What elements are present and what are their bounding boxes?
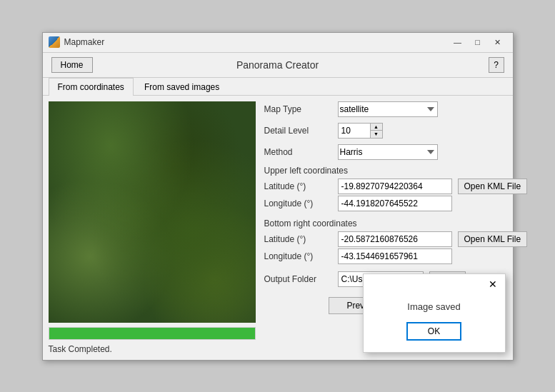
dialog-body: Image saved OK — [364, 294, 505, 352]
map-type-row: Map Type satellite roadmap terrain hybri… — [264, 101, 528, 117]
map-preview-inner — [49, 101, 256, 323]
help-button[interactable]: ? — [489, 57, 504, 73]
status-text: Task Completed. — [49, 344, 256, 354]
upper-lon-row: Longitude (°) — [264, 196, 528, 211]
bottom-lon-input[interactable] — [338, 248, 452, 264]
bottom-lat-input[interactable] — [338, 231, 452, 247]
map-type-label: Map Type — [264, 104, 332, 114]
main-window: Mapmaker — □ ✕ Home Panorama Creator ? F… — [42, 32, 514, 361]
maximize-button[interactable]: □ — [469, 35, 487, 49]
home-button[interactable]: Home — [51, 57, 93, 73]
dialog: ✕ Image saved OK — [363, 273, 506, 353]
open-kml-1-button[interactable]: Open KML File — [458, 179, 528, 194]
content-header: Home Panorama Creator ? — [43, 53, 513, 78]
dialog-message: Image saved — [407, 301, 460, 312]
method-select[interactable]: Harris SIFT ORB — [338, 144, 438, 160]
title-bar-left: Mapmaker — [49, 36, 105, 48]
page-title: Panorama Creator — [236, 59, 319, 71]
upper-lat-input[interactable] — [338, 179, 452, 194]
detail-level-row: Detail Level ▲ ▼ — [264, 123, 528, 139]
output-folder-label: Output Folder — [264, 274, 332, 284]
bottom-lat-row: Latitude (°) Open KML File — [264, 231, 528, 247]
window-title: Mapmaker — [64, 37, 105, 47]
tab-from-saved-images[interactable]: From saved images — [135, 78, 229, 96]
dialog-ok-button[interactable]: OK — [406, 322, 461, 341]
map-preview — [49, 101, 256, 323]
progress-bar-fill — [49, 328, 255, 339]
image-section: Task Completed. — [49, 101, 256, 354]
detail-level-label: Detail Level — [264, 126, 332, 136]
app-icon — [49, 36, 60, 48]
map-type-select[interactable]: satellite roadmap terrain hybrid — [338, 101, 438, 117]
progress-bar-container — [49, 327, 256, 340]
bottom-right-section: Bottom right coordinates Latitude (°) Op… — [264, 218, 528, 266]
upper-lat-label: Latitude (°) — [264, 181, 332, 191]
dialog-close-button[interactable]: ✕ — [485, 277, 501, 291]
detail-level-input[interactable] — [338, 123, 370, 139]
upper-left-section: Upper left coordinates Latitude (°) Open… — [264, 166, 528, 213]
detail-level-wrap: ▲ ▼ — [338, 123, 383, 139]
bottom-lon-row: Longitude (°) — [264, 248, 528, 264]
bottom-lat-label: Latitude (°) — [264, 234, 332, 244]
minimize-button[interactable]: — — [449, 35, 467, 49]
open-kml-2-button[interactable]: Open KML File — [458, 231, 528, 247]
spin-down-button[interactable]: ▼ — [371, 130, 382, 138]
upper-lon-input[interactable] — [338, 196, 452, 211]
upper-lon-label: Longitude (°) — [264, 198, 332, 208]
bottom-right-label: Bottom right coordinates — [264, 218, 357, 228]
dialog-title-bar: ✕ — [364, 274, 505, 294]
tab-bar: From coordinates From saved images — [43, 78, 513, 96]
method-label: Method — [264, 147, 332, 157]
spin-up-button[interactable]: ▲ — [371, 124, 382, 131]
detail-level-spinners: ▲ ▼ — [370, 123, 383, 139]
title-bar: Mapmaker — □ ✕ — [43, 33, 513, 53]
tab-from-coordinates[interactable]: From coordinates — [49, 78, 134, 96]
upper-left-label: Upper left coordinates — [264, 166, 348, 176]
upper-lat-row: Latitude (°) Open KML File — [264, 179, 528, 194]
close-button[interactable]: ✕ — [489, 35, 507, 49]
bottom-lon-label: Longitude (°) — [264, 251, 332, 261]
method-row: Method Harris SIFT ORB — [264, 144, 528, 160]
title-bar-controls: — □ ✕ — [449, 35, 507, 49]
